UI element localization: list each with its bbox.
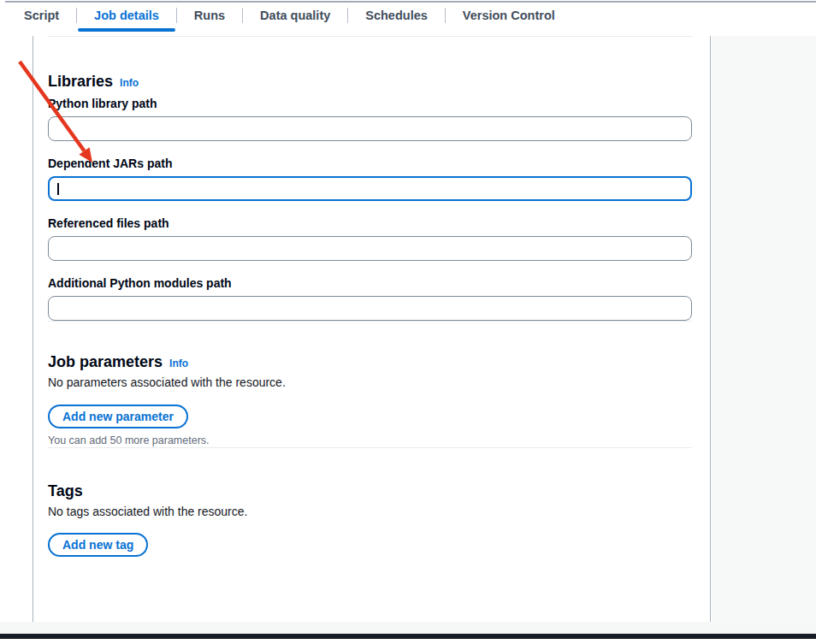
add-new-tag-button[interactable]: Add new tag bbox=[48, 533, 148, 557]
page-background-bottom-strip bbox=[0, 622, 816, 634]
tab-version-control[interactable]: Version Control bbox=[446, 2, 572, 29]
tab-bar: Script Job details Runs Data quality Sch… bbox=[7, 2, 572, 29]
section-divider bbox=[48, 447, 692, 448]
tab-runs[interactable]: Runs bbox=[177, 2, 242, 29]
tab-job-details[interactable]: Job details bbox=[77, 2, 176, 29]
tags-section-header: Tags bbox=[48, 481, 692, 501]
tags-empty-text: No tags associated with the resource. bbox=[48, 503, 692, 520]
dependent-jars-path-input[interactable] bbox=[48, 176, 692, 201]
page-background-right bbox=[712, 36, 816, 634]
job-parameters-section-header: Job parameters Info bbox=[48, 352, 692, 372]
additional-python-modules-path-label: Additional Python modules path bbox=[48, 275, 692, 292]
tab-label: Schedules bbox=[365, 9, 428, 22]
tab-label: Runs bbox=[194, 9, 225, 22]
referenced-files-path-label: Referenced files path bbox=[48, 215, 692, 232]
tab-label: Script bbox=[24, 9, 59, 22]
libraries-info-link[interactable]: Info bbox=[120, 77, 139, 89]
referenced-files-path-input[interactable] bbox=[48, 236, 692, 261]
python-library-path-label: Python library path bbox=[48, 95, 692, 112]
job-parameters-section-title: Job parameters bbox=[48, 352, 163, 372]
tab-data-quality[interactable]: Data quality bbox=[243, 2, 347, 29]
section-divider bbox=[48, 321, 692, 322]
section-divider bbox=[48, 36, 692, 37]
tab-label: Version Control bbox=[463, 9, 555, 22]
libraries-section-header: Libraries Info bbox=[48, 71, 692, 92]
python-library-path-input[interactable] bbox=[48, 116, 692, 141]
job-details-panel: Libraries Info Python library path Depen… bbox=[33, 36, 711, 622]
job-parameters-empty-text: No parameters associated with the resour… bbox=[48, 374, 692, 391]
libraries-section-title: Libraries bbox=[48, 71, 113, 92]
parameters-limit-helper-text: You can add 50 more parameters. bbox=[48, 434, 692, 447]
tab-schedules[interactable]: Schedules bbox=[348, 2, 445, 29]
tab-label: Job details bbox=[94, 9, 159, 22]
tab-script[interactable]: Script bbox=[7, 2, 76, 29]
tags-section-title: Tags bbox=[48, 481, 83, 501]
text-cursor bbox=[57, 183, 59, 195]
add-new-parameter-button[interactable]: Add new parameter bbox=[48, 405, 188, 428]
additional-python-modules-path-input[interactable] bbox=[48, 296, 692, 321]
dependent-jars-path-label: Dependent JARs path bbox=[48, 155, 692, 172]
job-parameters-info-link[interactable]: Info bbox=[169, 357, 188, 369]
tab-label: Data quality bbox=[260, 9, 330, 22]
window-bottom-edge-bar bbox=[0, 634, 816, 639]
